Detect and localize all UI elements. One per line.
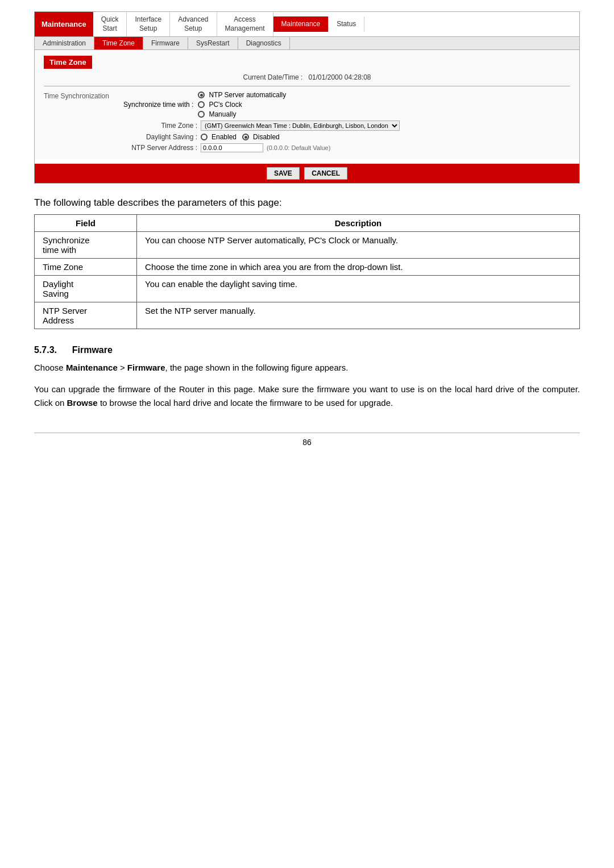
daylight-enabled-option[interactable]: Enabled xyxy=(201,133,237,141)
desc-ntp-server: Set the NTP server manually. xyxy=(137,302,580,329)
firmware-section-title: Firmware xyxy=(72,345,113,355)
field-sync-time: Synchronizetime with xyxy=(35,232,137,259)
timezone-row: Time Zone : (GMT) Greenwich Mean Time : … xyxy=(123,121,400,131)
subnav-diagnostics[interactable]: Diagnostics xyxy=(238,37,290,49)
table-row: Synchronizetime with You can choose NTP … xyxy=(35,232,580,259)
top-nav: Maintenance QuickStart InterfaceSetup Ad… xyxy=(35,12,579,36)
daylight-enabled-icon xyxy=(201,134,208,140)
router-panel: Maintenance QuickStart InterfaceSetup Ad… xyxy=(34,11,580,184)
daylight-disabled-option[interactable]: Disabled xyxy=(242,133,280,141)
firmware-section: 5.7.3. Firmware Choose Maintenance > Fir… xyxy=(34,345,580,410)
tab-maintenance[interactable]: Maintenance xyxy=(273,16,329,32)
datetime-value: 01/01/2000 04:28:08 xyxy=(308,73,371,81)
subnav-time-zone[interactable]: Time Zone xyxy=(94,37,143,49)
bold-firmware: Firmware xyxy=(127,363,165,372)
time-sync-section: Time Synchronization Synchronize time wi… xyxy=(44,86,570,159)
tab-status[interactable]: Status xyxy=(329,16,364,32)
ntp-address-label: NTP Server Address : xyxy=(123,144,197,152)
desc-sync-time: You can choose NTP Server automatically,… xyxy=(137,232,580,259)
section-title: Time Zone xyxy=(44,56,92,69)
button-bar: SAVE CANCEL xyxy=(35,164,579,183)
subnav-firmware[interactable]: Firmware xyxy=(143,37,188,49)
timezone-select[interactable]: (GMT) Greenwich Mean Time : Dublin, Edin… xyxy=(201,121,400,131)
subnav-sysrestart[interactable]: SysRestart xyxy=(188,37,238,49)
tab-access-management[interactable]: AccessManagement xyxy=(217,12,273,36)
save-button[interactable]: SAVE xyxy=(267,167,300,180)
daylight-disabled-icon xyxy=(242,134,249,140)
manually-option-label: Manually xyxy=(209,110,236,118)
ntp-hint: (0.0.0.0: Default Value) xyxy=(267,144,330,151)
col-header-description: Description xyxy=(137,215,580,232)
firmware-section-num: 5.7.3. xyxy=(34,345,57,355)
panel-body: Time Zone Current Date/Time : 01/01/2000… xyxy=(35,50,579,159)
bold-browse: Browse xyxy=(67,398,98,408)
daylight-enabled-label: Enabled xyxy=(211,133,237,141)
maintenance-label: Maintenance xyxy=(35,12,93,36)
firmware-para2: You can upgrade the firmware of the Rout… xyxy=(34,383,580,410)
subnav-administration[interactable]: Administration xyxy=(35,37,94,49)
description-table: Field Description Synchronizetime with Y… xyxy=(34,214,580,329)
sync-pcs-option[interactable]: PC's Clock xyxy=(198,101,286,109)
ntp-option-label: NTP Server automatically xyxy=(209,91,286,99)
current-datetime: Current Date/Time : 01/01/2000 04:28:08 xyxy=(44,73,570,81)
sync-options-row: Synchronize time with : NTP Server autom… xyxy=(123,91,400,118)
daylight-row: Daylight Saving : Enabled Disabled xyxy=(123,133,400,141)
ntp-radio-icon xyxy=(198,92,205,98)
nav-tabs: QuickStart InterfaceSetup AdvancedSetup … xyxy=(93,12,579,36)
ntp-address-row: NTP Server Address : (0.0.0.0: Default V… xyxy=(123,143,400,152)
sync-manually-option[interactable]: Manually xyxy=(198,110,286,118)
bold-maintenance: Maintenance xyxy=(66,363,118,372)
cancel-button[interactable]: CANCEL xyxy=(304,167,347,180)
pcs-radio-icon xyxy=(198,101,205,108)
daylight-disabled-label: Disabled xyxy=(253,133,280,141)
tab-interface-setup[interactable]: InterfaceSetup xyxy=(127,12,170,36)
table-section: The following table describes the parame… xyxy=(34,197,580,329)
sync-form: Synchronize time with : NTP Server autom… xyxy=(123,91,400,155)
firmware-para1: Choose Maintenance > Firmware, the page … xyxy=(34,361,580,375)
table-row: NTP ServerAddress Set the NTP server man… xyxy=(35,302,580,329)
field-timezone: Time Zone xyxy=(35,259,137,276)
sync-radio-group: NTP Server automatically PC's Clock Manu… xyxy=(198,91,286,118)
firmware-heading: 5.7.3. Firmware xyxy=(34,345,580,355)
manually-radio-icon xyxy=(198,111,205,118)
daylight-label: Daylight Saving : xyxy=(123,133,197,141)
tab-quick-start[interactable]: QuickStart xyxy=(93,12,127,36)
tab-advanced-setup[interactable]: AdvancedSetup xyxy=(170,12,217,36)
sub-nav: Administration Time Zone Firmware SysRes… xyxy=(35,36,579,50)
timezone-label: Time Zone : xyxy=(123,122,197,130)
pcs-option-label: PC's Clock xyxy=(209,101,242,109)
col-header-field: Field xyxy=(35,215,137,232)
table-row: DaylightSaving You can enable the daylig… xyxy=(35,276,580,302)
field-ntp-server: NTP ServerAddress xyxy=(35,302,137,329)
field-daylight: DaylightSaving xyxy=(35,276,137,302)
desc-daylight: You can enable the daylight saving time. xyxy=(137,276,580,302)
table-row: Time Zone Choose the time zone in which … xyxy=(35,259,580,276)
ntp-address-input[interactable] xyxy=(201,143,263,152)
sync-ntp-option[interactable]: NTP Server automatically xyxy=(198,91,286,99)
page-number: 86 xyxy=(34,433,580,447)
daylight-options: Enabled Disabled xyxy=(201,133,280,141)
desc-timezone: Choose the time zone in which area you a… xyxy=(137,259,580,276)
datetime-label: Current Date/Time : xyxy=(243,73,302,81)
time-sync-label: Time Synchronization xyxy=(44,91,123,100)
table-title: The following table describes the parame… xyxy=(34,197,580,209)
